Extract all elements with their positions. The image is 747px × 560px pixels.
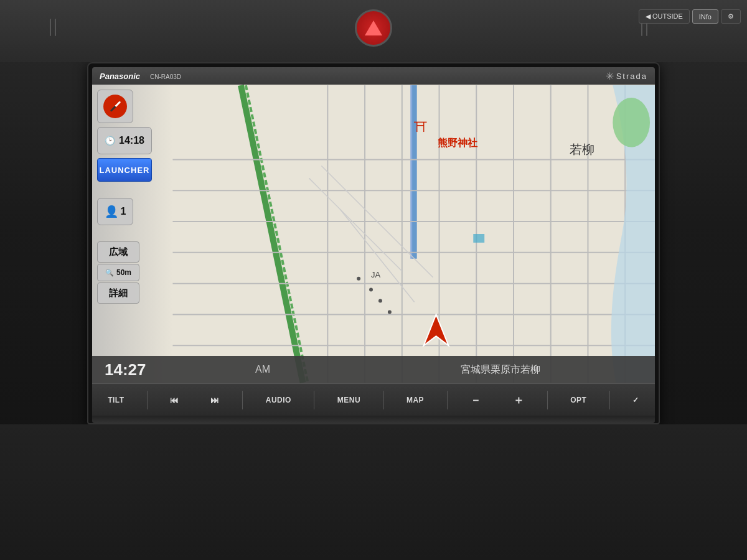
left-panel: 🕑 14:18 LAUNCHER 👤 1 広域 <box>92 85 173 383</box>
svg-text:JA: JA <box>371 270 380 279</box>
status-bar: 14:27 AM 宮城県栗原市若柳 <box>92 356 655 383</box>
launcher-button[interactable]: LAUNCHER <box>97 158 152 182</box>
divider-5 <box>447 391 448 409</box>
map-screen[interactable]: ⛩ 熊野神社 若柳 JA 🕑 14:18 <box>92 85 655 383</box>
contacts-count: 1 <box>121 206 126 217</box>
info-label: INfo <box>699 13 712 21</box>
status-location: 宮城県栗原市若柳 <box>359 363 642 376</box>
prev-button[interactable]: ⏮ <box>161 391 188 409</box>
outside-button[interactable]: ◀ OUTSIDE <box>639 9 690 24</box>
divider-1 <box>147 391 148 409</box>
unit-header: Panasonic CN-RA03D ✳ Strada <box>92 67 655 85</box>
map-svg: ⛩ 熊野神社 若柳 JA <box>92 85 655 383</box>
info-button[interactable]: INfo <box>692 9 718 24</box>
svg-rect-25 <box>473 234 484 243</box>
menu-label: MENU <box>337 396 360 404</box>
zoom-panel: 広域 🔍 50m 詳細 <box>97 241 168 304</box>
svg-point-26 <box>369 288 373 292</box>
contacts-button[interactable]: 👤 1 <box>97 198 133 225</box>
svg-text:⛩: ⛩ <box>414 119 428 135</box>
status-time: 14:27 <box>105 360 167 380</box>
svg-point-27 <box>378 299 382 303</box>
hazard-icon <box>365 21 382 35</box>
unit-bottom <box>92 416 655 423</box>
detail-zoom-button[interactable]: 詳細 <box>97 282 139 304</box>
next-button[interactable]: ⏭ <box>202 391 228 409</box>
wide-zoom-button[interactable]: 広域 <box>97 241 139 263</box>
compass-button[interactable] <box>97 90 133 123</box>
divider-3 <box>314 391 314 409</box>
divider-2 <box>242 391 243 409</box>
compass-needle <box>110 101 121 112</box>
launcher-label: LAUNCHER <box>100 166 150 175</box>
tilt-label: TILT <box>108 396 124 404</box>
brand-strada: Strada <box>616 72 647 81</box>
next-icon: ⏭ <box>210 395 220 405</box>
time-icon: 🕑 <box>105 136 115 146</box>
opt-button[interactable]: OPT <box>561 392 595 408</box>
svg-point-24 <box>613 98 650 147</box>
settings-button[interactable]: ⚙ <box>721 9 741 24</box>
nav-unit: Panasonic CN-RA03D ✳ Strada <box>87 62 660 424</box>
dashboard-top: ◀ OUTSIDE INfo ⚙ <box>0 0 747 62</box>
map-label: MAP <box>406 396 424 404</box>
svg-text:若柳: 若柳 <box>570 142 594 156</box>
strada-star-icon: ✳ <box>606 70 614 82</box>
time-value: 14:18 <box>119 135 144 146</box>
time-display: 🕑 14:18 <box>97 127 152 154</box>
car-surround: ◀ OUTSIDE INfo ⚙ Panasonic CN-RA03D ✳ St… <box>0 0 747 560</box>
svg-rect-0 <box>92 85 655 383</box>
svg-point-29 <box>357 277 360 281</box>
menu-button[interactable]: MENU <box>329 392 369 408</box>
compass-icon <box>103 95 127 118</box>
contacts-icon: 👤 <box>105 205 118 218</box>
controls-bar: TILT ⏮ ⏭ AUDIO MENU MAP － <box>92 383 655 416</box>
opt-label: OPT <box>570 396 586 404</box>
scale-value: 50m <box>116 268 131 277</box>
model-number: CN-RA03D <box>150 73 181 80</box>
svg-text:熊野神社: 熊野神社 <box>438 137 478 148</box>
detail-label: 詳細 <box>109 287 128 299</box>
settings-icon: ⚙ <box>728 12 734 21</box>
hazard-button[interactable] <box>355 9 392 47</box>
divider-7 <box>609 391 610 409</box>
minus-button[interactable]: － <box>461 389 491 411</box>
svg-point-28 <box>388 310 392 314</box>
status-mode: AM <box>192 364 334 375</box>
scale-indicator: 🔍 50m <box>97 264 139 281</box>
prev-icon: ⏮ <box>170 395 179 405</box>
plus-button[interactable]: ＋ <box>504 389 533 411</box>
dashboard-bottom <box>0 424 747 560</box>
vent-left <box>50 19 56 36</box>
minus-icon: － <box>470 393 482 408</box>
divider-6 <box>547 391 548 409</box>
check-button[interactable]: ✓ <box>624 392 648 408</box>
plus-icon: ＋ <box>513 393 525 408</box>
divider-4 <box>383 391 384 409</box>
map-button[interactable]: MAP <box>398 392 433 408</box>
outside-label: ◀ OUTSIDE <box>646 12 683 21</box>
wide-label: 広域 <box>109 246 128 258</box>
audio-button[interactable]: AUDIO <box>257 392 300 408</box>
check-icon: ✓ <box>632 396 639 404</box>
audio-label: AUDIO <box>266 396 291 404</box>
tilt-button[interactable]: TILT <box>99 392 133 408</box>
scale-icon: 🔍 <box>105 269 114 277</box>
top-right-buttons: ◀ OUTSIDE INfo ⚙ <box>639 9 741 24</box>
brand-panasonic: Panasonic <box>100 72 140 81</box>
